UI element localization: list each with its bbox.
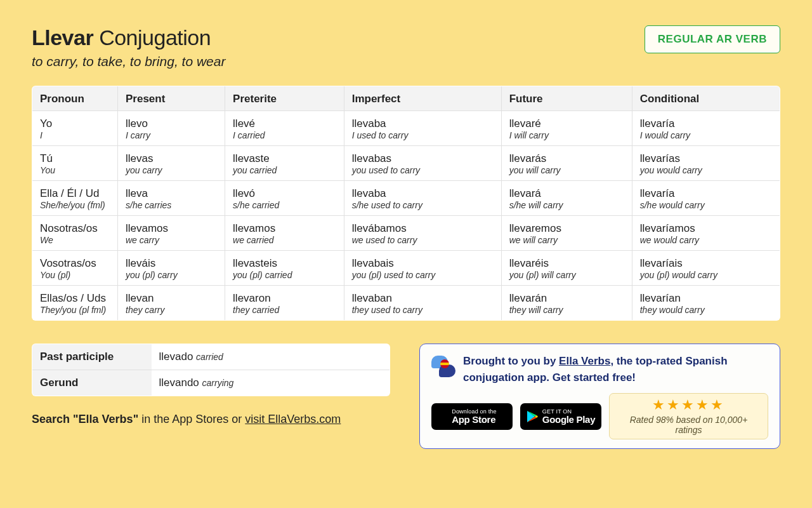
conjugation-cell: llevarás/he will carry xyxy=(501,181,632,216)
conjugation-cell: llevanthey carry xyxy=(118,286,225,321)
page-title: Llevar Conjugation xyxy=(32,25,225,50)
conjugation-cell: llevasyou carry xyxy=(118,146,225,181)
google-play-button[interactable]: GET IT ONGoogle Play xyxy=(520,403,601,430)
pronoun-cell: Nosotras/osWe xyxy=(32,216,118,251)
gerund-value: llevando xyxy=(159,377,199,389)
app-icon xyxy=(431,353,455,377)
pronoun-cell: YoI xyxy=(32,111,118,146)
app-store-button[interactable]: Download on theApp Store xyxy=(431,403,513,430)
verb-type-badge: REGULAR AR VERB xyxy=(645,25,780,53)
column-header: Pronoun xyxy=(32,86,118,111)
conjugation-cell: llevarías/he would carry xyxy=(632,181,780,216)
pronoun-cell: Vosotras/osYou (pl) xyxy=(32,251,118,286)
conjugation-cell: llevabasyou used to carry xyxy=(344,146,501,181)
conjugation-cell: llevabanthey used to carry xyxy=(344,286,501,321)
conjugation-cell: llevaríanthey would carry xyxy=(632,286,780,321)
gerund-gloss: carrying xyxy=(202,378,234,388)
conjugation-cell: llevasteisyou (pl) carried xyxy=(225,251,344,286)
search-hint: Search "Ella Verbs" in the App Stores or… xyxy=(32,413,390,426)
conjugation-cell: llevabaI used to carry xyxy=(344,111,501,146)
conjugation-cell: llevábamoswe used to carry xyxy=(344,216,501,251)
conjugation-cell: llevaremoswe will carry xyxy=(501,216,632,251)
forms-table: Past participle llevado carried Gerund l… xyxy=(32,344,390,396)
gerund-label: Gerund xyxy=(32,370,152,396)
column-header: Conditional xyxy=(632,86,780,111)
conjugation-cell: llevarásyou will carry xyxy=(501,146,632,181)
conjugation-table: PronounPresentPreteriteImperfectFutureCo… xyxy=(32,86,780,321)
rating-box: ★★★★★ Rated 98% based on 10,000+ ratings xyxy=(609,393,768,439)
promo-text: Brought to you by Ella Verbs, the top-ra… xyxy=(463,353,768,385)
column-header: Present xyxy=(118,86,225,111)
conjugation-cell: llevaríaI would carry xyxy=(632,111,780,146)
conjugation-cell: llevasteyou carried xyxy=(225,146,344,181)
conjugation-cell: llevas/he carries xyxy=(118,181,225,216)
pronoun-cell: TúYou xyxy=(32,146,118,181)
conjugation-cell: llevaríasyou would carry xyxy=(632,146,780,181)
table-row: Nosotras/osWellevamoswe carryllevamoswe … xyxy=(32,216,780,251)
table-row: TúYoullevasyou carryllevasteyou carriedl… xyxy=(32,146,780,181)
visit-site-link[interactable]: visit EllaVerbs.com xyxy=(245,413,341,425)
star-icons: ★★★★★ xyxy=(616,398,761,412)
conjugation-cell: llevós/he carried xyxy=(225,181,344,216)
table-row: YoIllevoI carryllevéI carriedllevabaI us… xyxy=(32,111,780,146)
conjugation-cell: lleváisyou (pl) carry xyxy=(118,251,225,286)
google-play-icon xyxy=(527,410,538,423)
conjugation-cell: llevaronthey carried xyxy=(225,286,344,321)
past-participle-value: llevado xyxy=(159,351,193,363)
conjugation-cell: llevaréI will carry xyxy=(501,111,632,146)
conjugation-cell: llevamoswe carried xyxy=(225,216,344,251)
table-row: Past participle llevado carried xyxy=(32,344,390,370)
conjugation-cell: llevaríamoswe would carry xyxy=(632,216,780,251)
past-participle-gloss: carried xyxy=(196,352,223,362)
table-row: Ella / Él / UdShe/he/you (fml)llevas/he … xyxy=(32,181,780,216)
table-row: Ellas/os / UdsThey/you (pl fml)llevanthe… xyxy=(32,286,780,321)
ella-verbs-link[interactable]: Ella Verbs xyxy=(559,355,610,367)
conjugation-cell: llevabaisyou (pl) used to carry xyxy=(344,251,501,286)
table-row: Vosotras/osYou (pl)lleváisyou (pl) carry… xyxy=(32,251,780,286)
past-participle-label: Past participle xyxy=(32,344,152,370)
conjugation-cell: llevaréisyou (pl) will carry xyxy=(501,251,632,286)
column-header: Imperfect xyxy=(344,86,501,111)
conjugation-cell: llevabas/he used to carry xyxy=(344,181,501,216)
conjugation-cell: llevaríaisyou (pl) would carry xyxy=(632,251,780,286)
conjugation-cell: llevéI carried xyxy=(225,111,344,146)
verb-definition: to carry, to take, to bring, to wear xyxy=(32,54,225,69)
promo-box: Brought to you by Ella Verbs, the top-ra… xyxy=(419,344,780,449)
pronoun-cell: Ellas/os / UdsThey/you (pl fml) xyxy=(32,286,118,321)
column-header: Preterite xyxy=(225,86,344,111)
conjugation-cell: llevamoswe carry xyxy=(118,216,225,251)
pronoun-cell: Ella / Él / UdShe/he/you (fml) xyxy=(32,181,118,216)
table-row: Gerund llevando carrying xyxy=(32,370,390,396)
rating-text: Rated 98% based on 10,000+ ratings xyxy=(616,415,761,435)
column-header: Future xyxy=(501,86,632,111)
conjugation-cell: llevaránthey will carry xyxy=(501,286,632,321)
conjugation-cell: llevoI carry xyxy=(118,111,225,146)
